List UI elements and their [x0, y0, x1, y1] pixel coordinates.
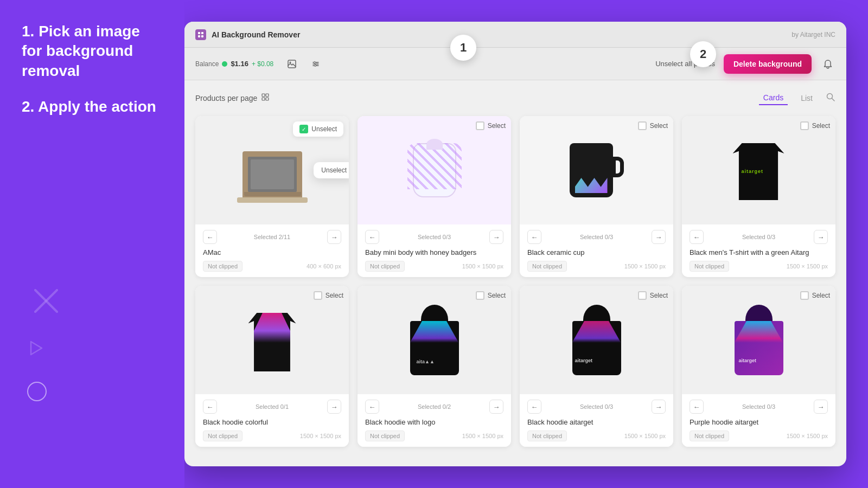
svg-line-20: [832, 99, 835, 101]
card-meta: Not clipped 1500 × 1500 px: [690, 431, 828, 441]
select-checkbox: [800, 121, 809, 130]
card-next-btn[interactable]: →: [489, 230, 503, 244]
select-badge[interactable]: Select: [800, 291, 830, 300]
cards-view-button[interactable]: Cards: [759, 91, 788, 105]
unselect-badge[interactable]: ✓ Unselect: [293, 121, 343, 137]
toolbar-right: 2 Unselect all photos Delete background: [655, 54, 835, 74]
card-selected-count: Selected 0/2: [418, 403, 451, 410]
select-badge[interactable]: Select: [638, 291, 668, 300]
balance-bonus: + $0.08: [252, 60, 273, 68]
card-prev-btn[interactable]: ←: [365, 230, 379, 244]
card-prev-btn[interactable]: ←: [527, 230, 541, 244]
card-image-area: Select: [195, 286, 349, 394]
card-actions: ← Selected 2/11 →: [203, 230, 341, 244]
delete-background-button[interactable]: Delete background: [724, 54, 812, 74]
card-actions: ← Selected 0/3 →: [690, 230, 828, 244]
svg-point-12: [314, 61, 316, 63]
select-badge[interactable]: Select: [314, 291, 343, 300]
notification-icon-btn[interactable]: [820, 56, 835, 72]
select-badge[interactable]: Select: [800, 121, 830, 130]
card-product-name: Black hoodie colorful: [203, 418, 341, 426]
card-dimensions: 1500 × 1500 px: [462, 433, 503, 439]
balance-section: Balance $1.16 + $0.08: [195, 60, 273, 68]
card-footer: ← Selected 0/3 → Black hoodie aitarget N…: [520, 394, 673, 447]
svg-rect-5: [198, 35, 200, 37]
select-checkbox: [638, 291, 647, 300]
unselect-label: Unselect: [311, 125, 337, 133]
search-icon-btn[interactable]: [826, 92, 835, 104]
card-footer: ← Selected 0/3 → Black men's T-shirt wit…: [682, 224, 835, 277]
list-view-button[interactable]: List: [796, 92, 817, 105]
not-clipped-badge: Not clipped: [365, 261, 405, 272]
not-clipped-badge: Not clipped: [690, 261, 729, 272]
product-card: Select ← Selected 0/1 → Black hoodie col…: [195, 286, 349, 447]
card-meta: Not clipped 400 × 600 px: [203, 261, 341, 272]
card-image-area: ✓ Unselect Unselect: [195, 116, 349, 224]
products-per-page-icon[interactable]: [261, 93, 270, 104]
step-2-text: 2. Apply the action: [22, 97, 163, 117]
svg-point-14: [315, 65, 316, 66]
card-next-btn[interactable]: →: [327, 230, 341, 244]
app-icon: [195, 29, 206, 40]
card-next-btn[interactable]: →: [489, 400, 503, 414]
card-prev-btn[interactable]: ←: [527, 400, 541, 414]
step-1-text: 1. Pick an image for background removal: [22, 22, 163, 81]
select-checkbox: [638, 121, 647, 130]
content-area: Products per page Cards List: [184, 80, 846, 466]
not-clipped-badge: Not clipped: [203, 261, 242, 272]
card-image-area: aitarget Select: [682, 116, 835, 224]
card-actions: ← Selected 0/2 →: [365, 400, 503, 414]
card-prev-btn[interactable]: ←: [203, 400, 217, 414]
card-selected-count: Selected 0/3: [742, 234, 775, 240]
title-bar: AI Background Remover by Aitarget INC: [184, 22, 846, 48]
products-per-page-section: Products per page: [195, 93, 270, 104]
card-tooltip: Unselect: [314, 162, 349, 178]
product-card: aitarget Select ← Selected 0/3 → Black h…: [520, 286, 673, 447]
select-badge[interactable]: Select: [476, 291, 506, 300]
select-checkbox: [476, 291, 484, 300]
app-window: AI Background Remover by Aitarget INC 1 …: [184, 22, 846, 466]
card-product-name: Baby mini body with honey badgers: [365, 248, 503, 256]
products-grid: ✓ Unselect Unselect ← Selected 2/11 → AM…: [195, 116, 835, 447]
card-selected-count: Selected 0/3: [580, 403, 613, 410]
card-actions: ← Selected 0/3 →: [527, 400, 666, 414]
card-dimensions: 1500 × 1500 px: [787, 433, 828, 439]
select-label: Select: [812, 122, 830, 130]
balance-label: Balance: [195, 60, 219, 68]
card-prev-btn[interactable]: ←: [690, 400, 704, 414]
card-next-btn[interactable]: →: [327, 400, 341, 414]
svg-rect-4: [201, 32, 203, 34]
products-per-page-label: Products per page: [195, 94, 257, 102]
select-badge[interactable]: Select: [638, 121, 668, 130]
card-selected-count: Selected 0/3: [742, 403, 775, 410]
card-selected-count: Selected 0/3: [418, 234, 451, 240]
not-clipped-badge: Not clipped: [203, 431, 242, 441]
balance-amount: $1.16: [231, 60, 248, 68]
card-selected-count: Selected 2/11: [254, 234, 290, 240]
select-badge[interactable]: Select: [476, 121, 506, 130]
card-product-name: Black hoodie with logo: [365, 418, 503, 426]
card-prev-btn[interactable]: ←: [365, 400, 379, 414]
card-dimensions: 1500 × 1500 px: [300, 433, 341, 439]
select-label: Select: [650, 292, 668, 299]
card-footer: ← Selected 0/3 → Black ceramic cup Not c…: [520, 224, 673, 277]
card-product-name: Purple hoodie aitarget: [690, 418, 828, 426]
card-next-btn[interactable]: →: [814, 400, 828, 414]
card-prev-btn[interactable]: ←: [203, 230, 217, 244]
card-actions: ← Selected 0/3 →: [365, 230, 503, 244]
card-meta: Not clipped 1500 × 1500 px: [527, 431, 666, 441]
select-label: Select: [326, 292, 343, 299]
card-next-btn[interactable]: →: [814, 230, 828, 244]
card-next-btn[interactable]: →: [652, 230, 666, 244]
card-prev-btn[interactable]: ←: [690, 230, 704, 244]
card-meta: Not clipped 1500 × 1500 px: [527, 261, 666, 272]
step-badge-1: 1: [450, 35, 476, 61]
not-clipped-badge: Not clipped: [365, 431, 405, 441]
select-label: Select: [488, 292, 506, 299]
gallery-icon-btn[interactable]: [284, 56, 299, 72]
settings-icon-btn[interactable]: [308, 56, 323, 72]
view-controls: Cards List: [759, 91, 835, 105]
card-meta: Not clipped 1500 × 1500 px: [690, 261, 828, 272]
card-next-btn[interactable]: →: [652, 400, 666, 414]
select-checkbox: [314, 291, 322, 300]
